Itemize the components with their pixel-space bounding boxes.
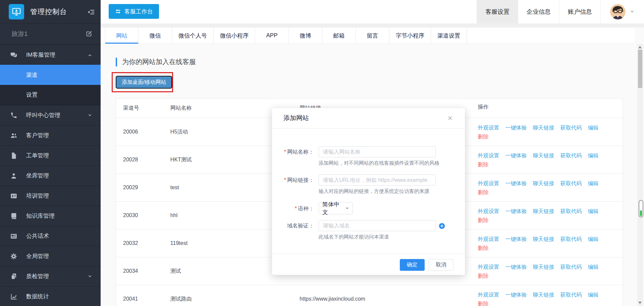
tab-网站[interactable]: 网站 xyxy=(105,28,139,44)
site-name-row: *网站名称： 添加网站，对不同网站的在线客服插件设置不同的风格 xyxy=(272,146,465,166)
action-link-外观设置[interactable]: 外观设置 xyxy=(478,153,499,158)
scroll-down-arrow-icon[interactable] xyxy=(638,302,642,304)
sidebar-item-质检管理[interactable]: 质检管理 xyxy=(0,266,101,286)
action-link-外观设置[interactable]: 外观设置 xyxy=(478,181,499,186)
tab-渠道设置[interactable]: 渠道设置 xyxy=(431,28,467,44)
id-card-icon xyxy=(10,192,17,200)
action-link-删除[interactable]: 删除 xyxy=(478,245,489,251)
sidebar-item-全局管理[interactable]: 全局管理 xyxy=(0,246,101,266)
action-link-编辑[interactable]: 编辑 xyxy=(588,264,599,270)
action-link-获取代码[interactable]: 获取代码 xyxy=(560,264,582,270)
chevron-down-icon xyxy=(87,274,93,279)
add-domain-plus-icon[interactable] xyxy=(438,222,445,230)
edit-workspace-icon[interactable] xyxy=(85,30,93,38)
tab-微信[interactable]: 微信 xyxy=(139,28,172,44)
action-link-获取代码[interactable]: 获取代码 xyxy=(560,292,582,298)
header-nav-企业信息[interactable]: 企业信息 xyxy=(518,0,559,23)
action-link-聊天链接[interactable]: 聊天链接 xyxy=(533,264,554,270)
action-link-获取代码[interactable]: 获取代码 xyxy=(560,153,582,158)
sidebar-menu: IM客服管理渠道设置呼叫中心管理客户管理工单管理坐席管理培训管理知识库管理公共话… xyxy=(0,45,101,306)
action-link-获取代码[interactable]: 获取代码 xyxy=(560,236,582,242)
scrollbar-thumb[interactable] xyxy=(638,50,642,88)
vertical-scrollbar[interactable] xyxy=(637,44,643,306)
user-avatar-menu[interactable] xyxy=(600,0,644,23)
action-link-外观设置[interactable]: 外观设置 xyxy=(478,264,499,270)
collapse-sidebar-icon[interactable] xyxy=(87,8,95,16)
tab-微博[interactable]: 微博 xyxy=(289,28,322,44)
action-link-一键体验[interactable]: 一键体验 xyxy=(505,125,527,131)
action-link-外观设置[interactable]: 外观设置 xyxy=(478,236,499,242)
action-link-删除[interactable]: 删除 xyxy=(478,162,489,167)
action-link-一键体验[interactable]: 一键体验 xyxy=(505,264,527,270)
tab-邮箱[interactable]: 邮箱 xyxy=(322,28,356,44)
action-link-删除[interactable]: 删除 xyxy=(478,134,489,140)
tab-留言[interactable]: 留言 xyxy=(356,28,389,44)
action-link-外观设置[interactable]: 外观设置 xyxy=(478,208,499,214)
sidebar-item-坐席管理[interactable]: 坐席管理 xyxy=(0,165,101,186)
sidebar-item-培训管理[interactable]: 培训管理 xyxy=(0,186,101,206)
sidebar-item-呼叫中心管理[interactable]: 呼叫中心管理 xyxy=(0,105,101,125)
action-link-外观设置[interactable]: 外观设置 xyxy=(478,125,499,131)
action-link-编辑[interactable]: 编辑 xyxy=(588,236,599,242)
action-link-聊天链接[interactable]: 聊天链接 xyxy=(533,153,554,158)
action-link-编辑[interactable]: 编辑 xyxy=(588,208,599,214)
sidebar-item-公共话术[interactable]: 公共话术 xyxy=(0,226,101,246)
close-icon[interactable] xyxy=(447,115,453,121)
site-name-helper: 添加网站，对不同网站的在线客服插件设置不同的风格 xyxy=(319,160,439,166)
tab-微信小程序[interactable]: 微信小程序 xyxy=(214,28,255,44)
sidebar-subitem-设置[interactable]: 设置 xyxy=(0,85,101,105)
file-icon xyxy=(10,152,17,159)
tab-微信个人号[interactable]: 微信个人号 xyxy=(172,28,214,44)
sidebar-subitem-渠道[interactable]: 渠道 xyxy=(0,65,101,85)
action-link-一键体验[interactable]: 一键体验 xyxy=(505,153,527,158)
workbench-button[interactable]: 客服工作台 xyxy=(109,4,159,19)
header-nav-账户信息[interactable]: 账户信息 xyxy=(559,0,600,23)
action-link-获取代码[interactable]: 获取代码 xyxy=(560,125,582,131)
action-link-编辑[interactable]: 编辑 xyxy=(588,181,599,186)
action-link-外观设置[interactable]: 外观设置 xyxy=(478,292,499,298)
action-link-聊天链接[interactable]: 聊天链接 xyxy=(533,181,554,186)
action-link-聊天链接[interactable]: 聊天链接 xyxy=(533,236,554,242)
title-accent-bar xyxy=(116,58,117,66)
tab-字节小程序[interactable]: 字节小程序 xyxy=(389,28,431,44)
scroll-progress-indicator xyxy=(639,200,643,217)
column-header-操作: 操作 xyxy=(471,99,623,118)
copy-icon xyxy=(10,273,17,280)
cancel-button[interactable]: 取消 xyxy=(429,259,453,271)
sidebar-item-数据统计[interactable]: 数据统计 xyxy=(0,286,101,306)
language-select[interactable]: 简体中文 xyxy=(319,202,353,214)
site-name-input[interactable] xyxy=(319,146,436,157)
action-link-删除[interactable]: 删除 xyxy=(478,301,489,306)
section-title: 为你的网站加入在线客服 xyxy=(116,57,196,66)
action-link-编辑[interactable]: 编辑 xyxy=(588,292,599,298)
action-link-聊天链接[interactable]: 聊天链接 xyxy=(533,125,554,131)
row-actions: 外观设置一键体验聊天链接获取代码编辑删除 xyxy=(478,290,605,306)
confirm-button[interactable]: 确定 xyxy=(400,259,425,271)
site-url-input[interactable] xyxy=(319,174,436,186)
action-link-聊天链接[interactable]: 聊天链接 xyxy=(533,292,554,298)
action-link-删除[interactable]: 删除 xyxy=(478,273,489,279)
sidebar-item-工单管理[interactable]: 工单管理 xyxy=(0,145,101,165)
domain-input[interactable] xyxy=(319,220,436,231)
chevron-down-icon xyxy=(87,113,93,118)
action-link-一键体验[interactable]: 一键体验 xyxy=(505,236,527,242)
action-link-一键体验[interactable]: 一键体验 xyxy=(505,181,527,186)
sidebar-item-IM客服管理[interactable]: IM客服管理 xyxy=(0,45,101,65)
action-link-编辑[interactable]: 编辑 xyxy=(588,153,599,158)
action-link-获取代码[interactable]: 获取代码 xyxy=(560,181,582,186)
action-link-编辑[interactable]: 编辑 xyxy=(588,125,599,131)
action-link-一键体验[interactable]: 一键体验 xyxy=(505,292,527,298)
action-link-一键体验[interactable]: 一键体验 xyxy=(505,208,527,214)
action-link-获取代码[interactable]: 获取代码 xyxy=(560,208,582,214)
action-link-删除[interactable]: 删除 xyxy=(478,217,489,223)
cell-channel: 20028 xyxy=(116,146,163,173)
sidebar-item-知识库管理[interactable]: 知识库管理 xyxy=(0,206,101,226)
monitor-user-icon xyxy=(11,7,21,17)
scroll-up-arrow-icon[interactable] xyxy=(638,46,642,48)
tab-APP[interactable]: APP xyxy=(255,28,289,44)
header-nav-客服设置[interactable]: 客服设置 xyxy=(477,0,518,23)
action-link-删除[interactable]: 删除 xyxy=(478,190,489,195)
action-link-聊天链接[interactable]: 聊天链接 xyxy=(533,208,554,214)
sidebar-item-客户管理[interactable]: 客户管理 xyxy=(0,125,101,145)
app-logo-row: 管理控制台 xyxy=(0,0,101,23)
